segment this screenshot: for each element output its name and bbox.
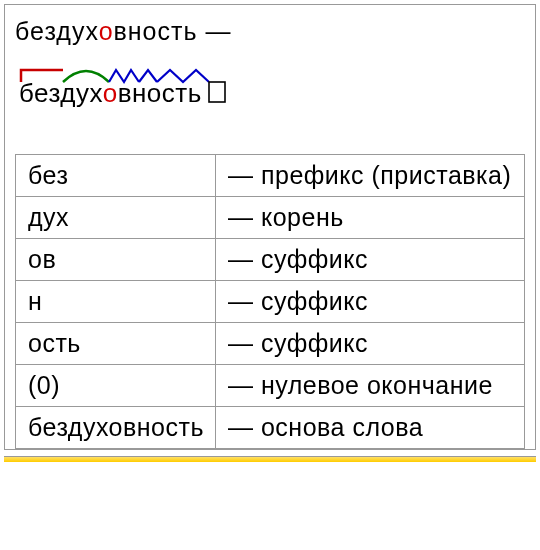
morpheme-pre: бездух bbox=[19, 78, 103, 108]
headline-word: бездуховность— bbox=[15, 17, 525, 46]
table-row: бездуховность— основа слова bbox=[16, 407, 525, 449]
headline-dash: — bbox=[198, 17, 232, 45]
morpheme-table: без— префикс (приставка)дух— кореньов— с… bbox=[15, 154, 525, 449]
morph-cell: ов bbox=[16, 239, 216, 281]
analysis-panel: бездуховность— бездуховность без— префик… bbox=[4, 4, 536, 450]
table-row: дух— корень bbox=[16, 197, 525, 239]
morph-cell: н bbox=[16, 281, 216, 323]
footer-bar bbox=[4, 456, 536, 462]
morpheme-diagram: бездуховность bbox=[19, 64, 229, 114]
ending-box-icon bbox=[209, 82, 225, 102]
desc-cell: — основа слова bbox=[216, 407, 525, 449]
morph-cell: (0) bbox=[16, 365, 216, 407]
headline-accent: о bbox=[99, 17, 114, 45]
desc-cell: — префикс (приставка) bbox=[216, 155, 525, 197]
morpheme-word: бездуховность bbox=[19, 78, 202, 108]
desc-cell: — корень bbox=[216, 197, 525, 239]
desc-cell: — суффикс bbox=[216, 239, 525, 281]
table-row: без— префикс (приставка) bbox=[16, 155, 525, 197]
morpheme-post: вность bbox=[118, 78, 202, 108]
morpheme-accent: о bbox=[103, 78, 118, 108]
morph-cell: без bbox=[16, 155, 216, 197]
desc-cell: — суффикс bbox=[216, 281, 525, 323]
morph-cell: бездуховность bbox=[16, 407, 216, 449]
table-row: ость— суффикс bbox=[16, 323, 525, 365]
table-row: н— суффикс bbox=[16, 281, 525, 323]
table-row: ов— суффикс bbox=[16, 239, 525, 281]
morph-cell: ость bbox=[16, 323, 216, 365]
headline-post: вность bbox=[114, 17, 198, 45]
headline-pre: бездух bbox=[15, 17, 99, 45]
desc-cell: — нулевое окончание bbox=[216, 365, 525, 407]
morph-cell: дух bbox=[16, 197, 216, 239]
desc-cell: — суффикс bbox=[216, 323, 525, 365]
table-row: (0)— нулевое окончание bbox=[16, 365, 525, 407]
